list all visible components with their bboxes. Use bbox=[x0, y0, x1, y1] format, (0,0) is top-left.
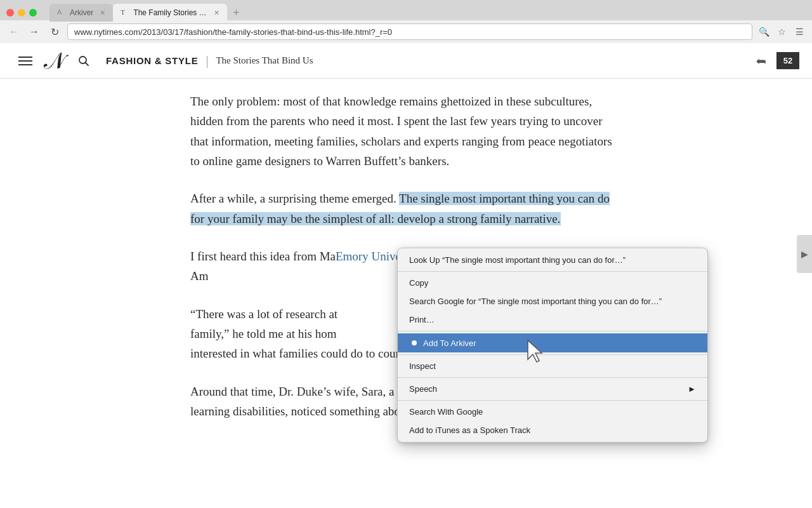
close-button[interactable] bbox=[6, 9, 14, 17]
ctx-copy[interactable]: Copy bbox=[398, 274, 707, 292]
nyt-article-title: The Stories That Bind Us bbox=[216, 55, 313, 66]
chevron-right-icon: ▶ bbox=[801, 249, 808, 260]
ctx-search-google[interactable]: Search Google for “The single most impor… bbox=[398, 292, 707, 311]
url-input[interactable] bbox=[67, 23, 752, 40]
arkiver-inner-circle bbox=[412, 340, 417, 345]
svg-line-1 bbox=[86, 62, 89, 65]
ctx-add-itunes[interactable]: Add to iTunes as a Spoken Track bbox=[398, 421, 707, 439]
paragraph-2-before: After a while, a surprising theme emerge… bbox=[190, 192, 399, 205]
menu-icon[interactable]: ☰ bbox=[793, 25, 806, 38]
sidebar-expand-arrow[interactable]: ▶ bbox=[797, 235, 812, 273]
window-controls bbox=[6, 9, 37, 17]
nyt-header-right: ➦ 52 bbox=[756, 52, 799, 69]
share-button[interactable]: ➦ bbox=[756, 53, 766, 69]
ctx-separator-1 bbox=[398, 271, 707, 272]
section-divider: | bbox=[206, 53, 208, 68]
tab-arkiver-close[interactable]: ✕ bbox=[100, 9, 105, 17]
nyt-section-label[interactable]: FASHION & STYLE bbox=[106, 55, 198, 66]
back-button[interactable]: ← bbox=[6, 24, 22, 39]
ctx-inspect[interactable]: Inspect bbox=[398, 357, 707, 375]
paragraph-4-before: “There was a lot of research at bbox=[190, 307, 337, 321]
context-menu: Look Up “The single most important thing… bbox=[397, 248, 708, 443]
tab-arkiver[interactable]: A Arkiver ✕ bbox=[49, 4, 113, 22]
ctx-separator-5 bbox=[398, 400, 707, 401]
hamburger-line-1 bbox=[18, 57, 32, 58]
ctx-search-with-google[interactable]: Search With Google bbox=[398, 403, 707, 421]
ctx-speech-label: Speech bbox=[409, 384, 437, 394]
article-paragraph-2: After a while, a surprising theme emerge… bbox=[190, 189, 622, 229]
arkiver-label-container: Add To Arkiver bbox=[409, 338, 696, 348]
nyt-menu-button[interactable] bbox=[13, 48, 38, 74]
tab-arkiver-label: Arkiver bbox=[70, 8, 93, 17]
hamburger-line-2 bbox=[18, 60, 32, 62]
minimize-button[interactable] bbox=[18, 9, 25, 17]
ctx-separator-2 bbox=[398, 331, 707, 331]
new-tab-button[interactable]: + bbox=[227, 4, 245, 22]
nyt-tab-favicon: T bbox=[121, 8, 129, 17]
hamburger-line-3 bbox=[18, 64, 32, 65]
nyt-header: 𝒩 FASHION & STYLE | The Stories That Bin… bbox=[0, 43, 812, 79]
nyt-search-button[interactable] bbox=[74, 51, 93, 70]
ctx-print[interactable]: Print… bbox=[398, 311, 707, 329]
star-icon[interactable]: ☆ bbox=[775, 25, 788, 38]
tab-nyt[interactable]: T The Family Stories That Bi… ✕ bbox=[113, 4, 227, 22]
nyt-logo[interactable]: 𝒩 bbox=[44, 50, 62, 72]
paragraph-4-cut1: family,” he told me at his hom bbox=[190, 327, 336, 340]
ctx-separator-3 bbox=[398, 354, 707, 355]
ctx-arkiver[interactable]: Add To Arkiver bbox=[398, 333, 707, 352]
address-bar: ← → ↻ 🔍 ☆ ☰ bbox=[0, 20, 812, 43]
arkiver-icon bbox=[409, 338, 419, 348]
arkiver-label: Add To Arkiver bbox=[423, 338, 476, 348]
arkiver-favicon: A bbox=[57, 8, 66, 17]
comments-button[interactable]: 52 bbox=[776, 52, 799, 69]
tab-nyt-close[interactable]: ✕ bbox=[214, 9, 219, 17]
toolbar-icons: 🔍 ☆ ☰ bbox=[757, 25, 806, 38]
paragraph-3-before: I first heard this idea from Ma bbox=[190, 250, 336, 263]
ctx-speech[interactable]: Speech ► bbox=[398, 380, 707, 398]
submenu-arrow-icon: ► bbox=[688, 384, 696, 394]
maximize-button[interactable] bbox=[29, 9, 37, 17]
refresh-button[interactable]: ↻ bbox=[47, 24, 62, 39]
tab-nyt-label: The Family Stories That Bi… bbox=[133, 8, 207, 17]
search-icon[interactable]: 🔍 bbox=[757, 25, 770, 38]
article-paragraph-1: The only problem: most of that knowledge… bbox=[190, 91, 622, 171]
forward-button[interactable]: → bbox=[27, 24, 42, 39]
tabs-bar: A Arkiver ✕ T The Family Stories That Bi… bbox=[49, 4, 245, 22]
ctx-separator-4 bbox=[398, 377, 707, 378]
ctx-lookup[interactable]: Look Up “The single most important thing… bbox=[398, 251, 707, 269]
